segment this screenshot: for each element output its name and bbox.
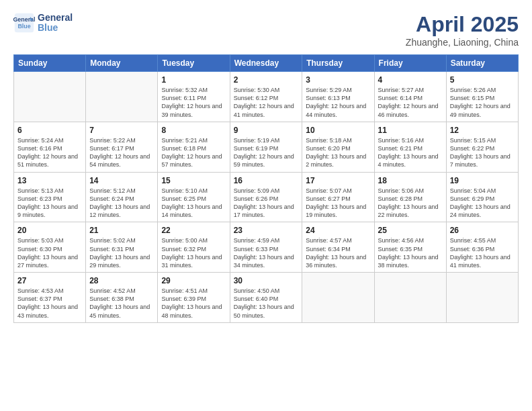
day-number: 27: [17, 275, 82, 286]
calendar-cell: 13Sunrise: 5:13 AM Sunset: 6:23 PM Dayli…: [14, 172, 86, 222]
day-info: Sunrise: 4:50 AM Sunset: 6:40 PM Dayligh…: [234, 287, 299, 320]
day-number: 18: [378, 175, 443, 186]
day-info: Sunrise: 5:27 AM Sunset: 6:14 PM Dayligh…: [378, 86, 443, 119]
weekday-header-cell: Monday: [86, 55, 158, 72]
day-info: Sunrise: 5:07 AM Sunset: 6:27 PM Dayligh…: [306, 187, 370, 220]
day-number: 11: [378, 125, 443, 136]
calendar-cell: 15Sunrise: 5:10 AM Sunset: 6:25 PM Dayli…: [158, 172, 230, 222]
day-info: Sunrise: 5:00 AM Sunset: 6:32 PM Dayligh…: [161, 236, 226, 269]
day-info: Sunrise: 5:13 AM Sunset: 6:23 PM Dayligh…: [17, 187, 82, 220]
calendar-cell: 8Sunrise: 5:21 AM Sunset: 6:18 PM Daylig…: [158, 122, 230, 172]
day-number: 19: [450, 175, 515, 186]
weekday-header-cell: Friday: [374, 55, 446, 72]
calendar-cell: [446, 273, 518, 323]
calendar-cell: 20Sunrise: 5:03 AM Sunset: 6:30 PM Dayli…: [14, 222, 86, 273]
month-title: April 2025: [406, 12, 519, 37]
calendar-cell: [302, 273, 374, 323]
calendar-cell: 16Sunrise: 5:09 AM Sunset: 6:26 PM Dayli…: [230, 172, 302, 222]
day-number: 9: [234, 125, 299, 136]
day-number: 4: [378, 75, 443, 85]
calendar-cell: 17Sunrise: 5:07 AM Sunset: 6:27 PM Dayli…: [302, 172, 374, 222]
calendar-cell: 18Sunrise: 5:06 AM Sunset: 6:28 PM Dayli…: [374, 172, 446, 222]
day-number: 24: [306, 225, 370, 236]
weekday-header-cell: Thursday: [302, 55, 374, 72]
day-info: Sunrise: 5:12 AM Sunset: 6:24 PM Dayligh…: [89, 187, 154, 220]
calendar-cell: 7Sunrise: 5:22 AM Sunset: 6:17 PM Daylig…: [86, 122, 158, 172]
day-number: 28: [89, 275, 154, 286]
calendar-cell: 9Sunrise: 5:19 AM Sunset: 6:19 PM Daylig…: [230, 122, 302, 172]
logo-line2: Blue: [38, 23, 73, 33]
page: General Blue General Blue April 2025 Zhu…: [0, 0, 532, 411]
day-number: 5: [450, 75, 515, 85]
title-block: April 2025 Zhuanghe, Liaoning, China: [406, 12, 519, 48]
weekday-header-cell: Saturday: [446, 55, 518, 72]
calendar-cell: [86, 72, 158, 122]
day-number: 22: [161, 225, 226, 236]
weekday-header-cell: Tuesday: [158, 55, 230, 72]
header: General Blue General Blue April 2025 Zhu…: [13, 12, 519, 48]
calendar-cell: 1Sunrise: 5:32 AM Sunset: 6:11 PM Daylig…: [158, 72, 230, 122]
day-info: Sunrise: 5:03 AM Sunset: 6:30 PM Dayligh…: [17, 236, 82, 269]
calendar-cell: 24Sunrise: 4:57 AM Sunset: 6:34 PM Dayli…: [302, 222, 374, 273]
day-info: Sunrise: 4:59 AM Sunset: 6:33 PM Dayligh…: [234, 236, 299, 269]
calendar-cell: 4Sunrise: 5:27 AM Sunset: 6:14 PM Daylig…: [374, 72, 446, 122]
calendar-cell: 21Sunrise: 5:02 AM Sunset: 6:31 PM Dayli…: [86, 222, 158, 273]
calendar-cell: 23Sunrise: 4:59 AM Sunset: 6:33 PM Dayli…: [230, 222, 302, 273]
day-info: Sunrise: 5:29 AM Sunset: 6:13 PM Dayligh…: [306, 86, 370, 119]
day-info: Sunrise: 5:09 AM Sunset: 6:26 PM Dayligh…: [234, 187, 299, 220]
day-number: 8: [161, 125, 226, 136]
calendar-cell: 30Sunrise: 4:50 AM Sunset: 6:40 PM Dayli…: [230, 273, 302, 323]
day-number: 3: [306, 75, 370, 85]
day-number: 2: [234, 75, 299, 85]
day-number: 15: [161, 175, 226, 186]
day-info: Sunrise: 4:51 AM Sunset: 6:39 PM Dayligh…: [161, 287, 226, 320]
day-info: Sunrise: 5:32 AM Sunset: 6:11 PM Dayligh…: [161, 86, 226, 119]
day-number: 6: [17, 125, 82, 136]
day-number: 20: [17, 225, 82, 236]
calendar-cell: 25Sunrise: 4:56 AM Sunset: 6:35 PM Dayli…: [374, 222, 446, 273]
day-number: 21: [89, 225, 154, 236]
day-number: 12: [450, 125, 515, 136]
day-info: Sunrise: 4:55 AM Sunset: 6:36 PM Dayligh…: [450, 236, 515, 269]
calendar-cell: 29Sunrise: 4:51 AM Sunset: 6:39 PM Dayli…: [158, 273, 230, 323]
weekday-header-cell: Sunday: [14, 55, 86, 72]
day-number: 13: [17, 175, 82, 186]
day-info: Sunrise: 5:22 AM Sunset: 6:17 PM Dayligh…: [89, 136, 154, 169]
calendar-cell: 22Sunrise: 5:00 AM Sunset: 6:32 PM Dayli…: [158, 222, 230, 273]
day-info: Sunrise: 5:04 AM Sunset: 6:29 PM Dayligh…: [450, 187, 515, 220]
calendar-cell: 27Sunrise: 4:53 AM Sunset: 6:37 PM Dayli…: [14, 273, 86, 323]
calendar-cell: 11Sunrise: 5:16 AM Sunset: 6:21 PM Dayli…: [374, 122, 446, 172]
calendar-cell: [374, 273, 446, 323]
day-info: Sunrise: 4:52 AM Sunset: 6:38 PM Dayligh…: [89, 287, 154, 320]
calendar-cell: 2Sunrise: 5:30 AM Sunset: 6:12 PM Daylig…: [230, 72, 302, 122]
day-info: Sunrise: 5:19 AM Sunset: 6:19 PM Dayligh…: [234, 136, 299, 169]
day-info: Sunrise: 5:10 AM Sunset: 6:25 PM Dayligh…: [161, 187, 226, 220]
calendar-cell: 26Sunrise: 4:55 AM Sunset: 6:36 PM Dayli…: [446, 222, 518, 273]
day-info: Sunrise: 4:57 AM Sunset: 6:34 PM Dayligh…: [306, 236, 370, 269]
calendar-body: 1Sunrise: 5:32 AM Sunset: 6:11 PM Daylig…: [14, 72, 519, 323]
logo: General Blue General Blue: [13, 12, 73, 34]
day-number: 23: [234, 225, 299, 236]
logo-line1: General: [38, 13, 73, 23]
calendar-cell: 5Sunrise: 5:26 AM Sunset: 6:15 PM Daylig…: [446, 72, 518, 122]
calendar-week-row: 6Sunrise: 5:24 AM Sunset: 6:16 PM Daylig…: [14, 122, 519, 172]
logo-icon: General Blue: [13, 12, 35, 34]
day-info: Sunrise: 5:30 AM Sunset: 6:12 PM Dayligh…: [234, 86, 299, 119]
calendar-cell: 14Sunrise: 5:12 AM Sunset: 6:24 PM Dayli…: [86, 172, 158, 222]
calendar-cell: 12Sunrise: 5:15 AM Sunset: 6:22 PM Dayli…: [446, 122, 518, 172]
day-number: 30: [234, 275, 299, 286]
calendar-cell: 3Sunrise: 5:29 AM Sunset: 6:13 PM Daylig…: [302, 72, 374, 122]
day-info: Sunrise: 5:21 AM Sunset: 6:18 PM Dayligh…: [161, 136, 226, 169]
calendar-cell: 6Sunrise: 5:24 AM Sunset: 6:16 PM Daylig…: [14, 122, 86, 172]
day-info: Sunrise: 5:26 AM Sunset: 6:15 PM Dayligh…: [450, 86, 515, 119]
calendar-week-row: 13Sunrise: 5:13 AM Sunset: 6:23 PM Dayli…: [14, 172, 519, 222]
calendar-cell: 19Sunrise: 5:04 AM Sunset: 6:29 PM Dayli…: [446, 172, 518, 222]
day-info: Sunrise: 5:15 AM Sunset: 6:22 PM Dayligh…: [450, 136, 515, 169]
day-number: 10: [306, 125, 370, 136]
calendar-table: SundayMondayTuesdayWednesdayThursdayFrid…: [13, 54, 519, 323]
day-info: Sunrise: 5:16 AM Sunset: 6:21 PM Dayligh…: [378, 136, 443, 169]
day-info: Sunrise: 5:18 AM Sunset: 6:20 PM Dayligh…: [306, 136, 370, 169]
location-subtitle: Zhuanghe, Liaoning, China: [406, 37, 519, 48]
day-info: Sunrise: 5:02 AM Sunset: 6:31 PM Dayligh…: [89, 236, 154, 269]
day-number: 17: [306, 175, 370, 186]
